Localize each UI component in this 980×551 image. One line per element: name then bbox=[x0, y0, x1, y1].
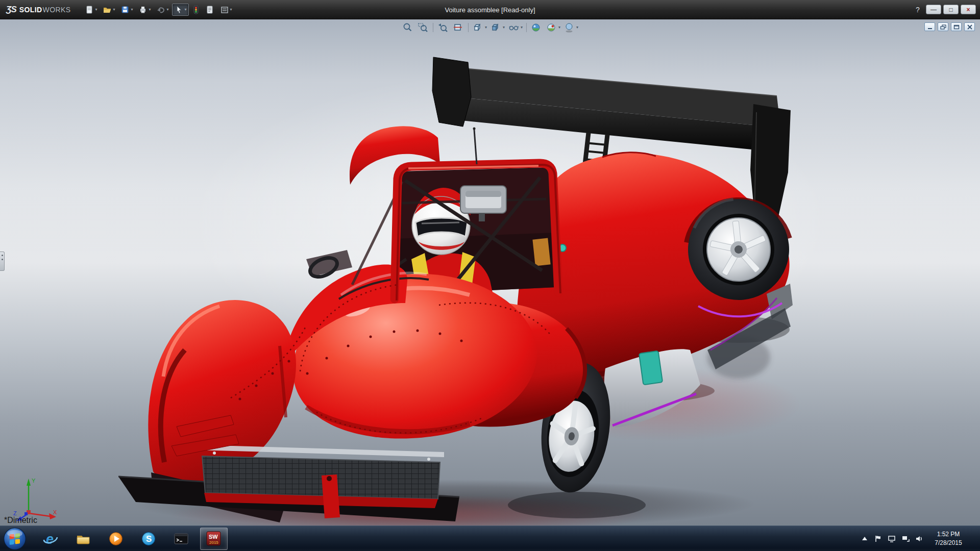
nose-post bbox=[322, 474, 340, 518]
view-settings-icon bbox=[564, 22, 576, 33]
maximize-button[interactable]: □ bbox=[943, 5, 959, 14]
teal-accent-panel bbox=[639, 351, 663, 385]
doc-minimize-button[interactable] bbox=[924, 22, 935, 31]
svg-text:Y: Y bbox=[32, 478, 36, 484]
titlebar: ƷS SOLID WORKS ▾ ▾ bbox=[0, 0, 980, 19]
close-button[interactable]: × bbox=[961, 5, 976, 14]
file-properties-button[interactable] bbox=[203, 4, 216, 16]
file-properties-icon bbox=[205, 5, 214, 14]
section-view-icon bbox=[452, 22, 464, 33]
taskbar-clock[interactable]: 1:52 PM 7/28/2015 bbox=[929, 530, 968, 546]
appearance-sphere-icon bbox=[530, 22, 543, 33]
zoom-to-area-button[interactable] bbox=[416, 21, 430, 34]
flag-icon bbox=[874, 535, 882, 543]
show-desktop-button[interactable] bbox=[973, 526, 980, 551]
open-button[interactable]: ▾ bbox=[101, 4, 117, 16]
brand-solid: SOLID bbox=[19, 6, 42, 14]
view-orientation-cube-icon bbox=[472, 22, 484, 33]
save-floppy-icon bbox=[120, 5, 130, 14]
network-icon bbox=[901, 535, 910, 543]
taskbar-apps: e bbox=[37, 526, 228, 551]
view-orientation-button[interactable]: ▾ bbox=[471, 21, 488, 34]
svg-text:X: X bbox=[53, 509, 57, 515]
select-arrow-icon bbox=[174, 5, 183, 14]
rebuild-button[interactable] bbox=[190, 4, 202, 16]
taskbar-item-command-prompt[interactable] bbox=[167, 528, 195, 550]
doc-maximize-button[interactable] bbox=[951, 22, 962, 31]
skype-icon: S bbox=[141, 531, 156, 546]
doc-maximize-icon bbox=[953, 24, 960, 30]
tray-action-center-button[interactable] bbox=[874, 535, 882, 543]
toolbar-separator bbox=[468, 23, 469, 32]
undo-button[interactable]: ▾ bbox=[154, 4, 170, 16]
display-style-icon bbox=[490, 22, 502, 33]
taskbar-item-media-player[interactable] bbox=[102, 528, 130, 550]
up-arrow-icon bbox=[861, 535, 868, 542]
options-button[interactable]: ▾ bbox=[218, 4, 234, 16]
taskbar-item-internet-explorer[interactable]: e bbox=[37, 528, 64, 550]
tray-display-button[interactable] bbox=[888, 535, 896, 543]
zoom-to-area-icon bbox=[417, 22, 429, 33]
tray-network-button[interactable] bbox=[901, 535, 910, 543]
help-button[interactable]: ? bbox=[912, 5, 924, 15]
doc-restore-button[interactable] bbox=[938, 22, 948, 31]
clock-date: 7/28/2015 bbox=[929, 539, 968, 547]
titlebar-toolbar: ▾ ▾ ▾ ▾ bbox=[83, 4, 234, 16]
orientation-triad: Y X Z bbox=[12, 473, 59, 521]
toolbar-separator bbox=[433, 23, 433, 32]
apply-scene-icon bbox=[546, 22, 558, 33]
select-button[interactable]: ▾ bbox=[172, 4, 188, 16]
doc-restore-icon bbox=[940, 24, 946, 30]
new-document-button[interactable]: ▾ bbox=[83, 4, 99, 16]
view-orientation-label: *Dimetric bbox=[4, 516, 37, 525]
clock-time: 1:52 PM bbox=[929, 530, 968, 538]
screen: ƷS SOLID WORKS ▾ ▾ bbox=[0, 0, 980, 551]
undo-icon bbox=[156, 5, 165, 14]
window-title: Voiture assomblee [Read-only] bbox=[445, 6, 535, 13]
svg-text:e: e bbox=[46, 532, 54, 546]
svg-text:SW: SW bbox=[209, 534, 218, 540]
doc-minimize-icon bbox=[927, 24, 933, 30]
tray-volume-button[interactable] bbox=[915, 535, 923, 543]
view-settings-button[interactable]: ▾ bbox=[562, 21, 579, 34]
dassault-logo-icon: ƷS bbox=[6, 5, 16, 15]
print-icon bbox=[138, 5, 148, 14]
zoom-to-fit-button[interactable] bbox=[401, 21, 415, 34]
solidworks-2015-icon: SW 2015 bbox=[206, 531, 222, 546]
section-view-button[interactable] bbox=[451, 21, 465, 34]
radiator-grille bbox=[202, 456, 440, 499]
window-controls: ? — □ × bbox=[912, 5, 976, 15]
open-folder-icon bbox=[103, 5, 112, 14]
3d-scene-render[interactable] bbox=[0, 19, 980, 525]
rebuild-traffic-light-icon bbox=[192, 5, 200, 14]
save-button[interactable]: ▾ bbox=[118, 4, 135, 16]
toolbar-separator bbox=[526, 23, 527, 32]
taskbar-item-solidworks[interactable]: SW 2015 bbox=[200, 528, 228, 550]
document-window-controls bbox=[924, 22, 975, 31]
previous-view-button[interactable] bbox=[436, 21, 450, 34]
doc-close-button[interactable] bbox=[964, 22, 975, 31]
zoom-to-fit-icon bbox=[402, 22, 414, 33]
minimize-button[interactable]: — bbox=[926, 5, 941, 14]
new-document-icon bbox=[85, 5, 94, 14]
viewport-3d[interactable]: ▾ ▾ ▾ bbox=[0, 19, 980, 525]
options-icon bbox=[220, 5, 229, 14]
media-player-icon bbox=[108, 531, 124, 546]
windows-start-icon bbox=[3, 527, 27, 550]
taskbar-item-skype[interactable]: S bbox=[135, 528, 162, 550]
display-style-button[interactable]: ▾ bbox=[489, 21, 506, 34]
svg-text:2015: 2015 bbox=[209, 540, 218, 545]
print-button[interactable]: ▾ bbox=[136, 4, 153, 16]
feature-tree-collapsed-handle[interactable] bbox=[0, 252, 5, 271]
tray-show-hidden-button[interactable] bbox=[861, 535, 868, 542]
hide-show-items-button[interactable]: ▾ bbox=[507, 21, 524, 34]
start-button[interactable] bbox=[3, 527, 27, 550]
command-prompt-icon bbox=[174, 532, 189, 546]
eyeglasses-icon bbox=[508, 22, 520, 33]
previous-view-icon bbox=[437, 22, 449, 33]
brand-works: WORKS bbox=[43, 6, 71, 14]
apply-scene-button[interactable]: ▾ bbox=[545, 21, 561, 34]
left-front-fender bbox=[148, 300, 296, 482]
taskbar-item-windows-explorer[interactable] bbox=[69, 528, 97, 550]
edit-appearance-button[interactable] bbox=[529, 21, 544, 34]
